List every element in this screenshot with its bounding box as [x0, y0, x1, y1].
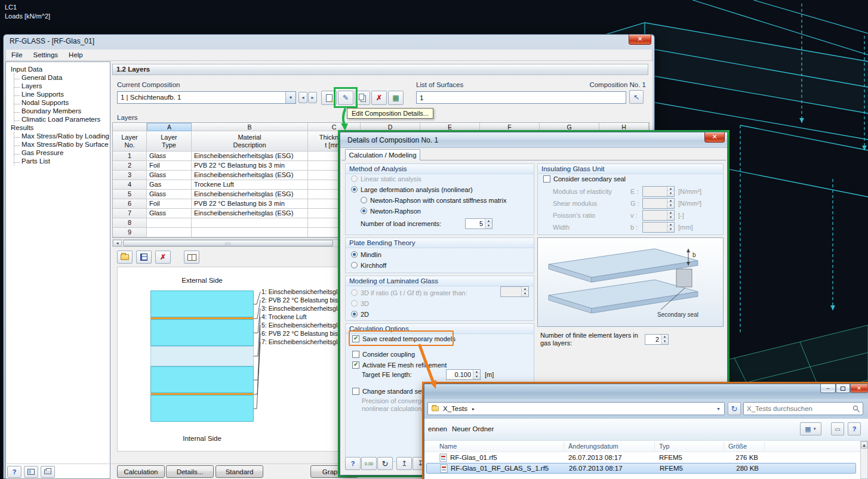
file-name: RF-Glas_01_RF_GLAS_S_1.rf5 — [451, 465, 564, 472]
file-date: 26.07.2013 08:17 — [569, 465, 623, 472]
search-box[interactable] — [743, 402, 863, 415]
folder-icon — [432, 406, 439, 412]
file-size: 276 KB — [725, 454, 758, 461]
question-icon: ? — [852, 425, 857, 432]
minimize-icon: – — [826, 385, 829, 391]
column-header-row — [424, 441, 868, 452]
file-name: RF-Glas_01.rf5 — [450, 454, 564, 461]
file-row[interactable]: RF-Glas_01.rf5 26.07.2013 08:17 RFEM5 27… — [426, 452, 856, 463]
column-size[interactable]: Größe — [728, 443, 747, 450]
file-type: RFEM5 — [660, 465, 683, 472]
preview-pane-button[interactable]: ▭ — [831, 422, 844, 435]
refresh-button[interactable]: ↻ — [728, 402, 741, 415]
search-icon — [852, 405, 860, 413]
column-date[interactable]: Änderungsdatum — [568, 443, 618, 450]
file-date: 26.07.2013 08:17 — [568, 454, 622, 461]
rfem-file-icon — [439, 453, 447, 462]
rfem-file-icon — [440, 464, 448, 473]
burn-command[interactable]: ennen — [428, 425, 447, 432]
new-folder-command[interactable]: Neuer Ordner — [452, 425, 494, 432]
refresh-icon: ↻ — [731, 404, 738, 413]
close-icon: ✕ — [857, 385, 861, 391]
maximize-button[interactable] — [836, 384, 850, 393]
breadcrumb[interactable]: X_Tests — [443, 405, 467, 412]
file-row-selected[interactable]: RF-Glas_01_RF_GLAS_S_1.rf5 26.07.2013 08… — [426, 463, 856, 474]
address-bar[interactable]: X_Tests ▸ ▼ — [427, 402, 725, 415]
file-size: 280 KB — [725, 465, 759, 472]
maximize-icon — [841, 387, 845, 391]
minimize-button[interactable]: – — [820, 384, 836, 393]
file-type: RFEM5 — [659, 454, 682, 461]
explorer-close-button[interactable]: ✕ — [850, 384, 868, 393]
column-separator[interactable] — [564, 442, 564, 451]
explorer-help-button[interactable]: ? — [848, 422, 861, 435]
column-separator[interactable] — [764, 442, 765, 451]
chevron-down-icon: ▼ — [813, 427, 817, 431]
scroll-up-button[interactable]: ▲ — [861, 441, 867, 449]
column-separator[interactable] — [654, 442, 655, 451]
column-type[interactable]: Typ — [659, 443, 670, 450]
address-dropdown-icon[interactable]: ▼ — [716, 407, 721, 411]
preview-pane-icon: ▭ — [835, 426, 840, 432]
column-name[interactable]: Name — [439, 443, 457, 450]
change-view-button[interactable]: ▦▼ — [800, 422, 821, 435]
views-grid-icon: ▦ — [805, 425, 811, 433]
breadcrumb-chevron-icon[interactable]: ▸ — [472, 406, 475, 412]
explorer-titlebar[interactable] — [424, 384, 868, 399]
search-input[interactable] — [744, 403, 852, 415]
column-separator[interactable] — [724, 442, 724, 451]
